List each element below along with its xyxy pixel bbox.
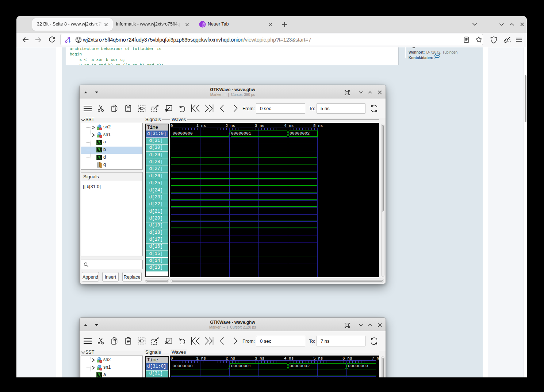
svg-text:0: 0: [171, 124, 173, 128]
svg-text:00000002: 00000002: [290, 131, 310, 136]
svg-text:00000000: 00000000: [173, 364, 193, 368]
svg-text:1 ns: 1 ns: [196, 124, 206, 128]
svg-text:1 ns: 1 ns: [196, 356, 206, 361]
svg-text:3 ns: 3 ns: [255, 124, 264, 128]
svg-text:5 ns: 5 ns: [313, 124, 323, 128]
svg-text:0: 0: [171, 356, 173, 361]
svg-text:00000000: 00000000: [173, 131, 193, 136]
svg-text:2 ns: 2 ns: [226, 356, 235, 361]
svg-text:5 ns: 5 ns: [313, 356, 323, 361]
svg-text:4 ns: 4 ns: [284, 356, 294, 361]
svg-text:00000001: 00000001: [231, 364, 251, 368]
svg-text:2 ns: 2 ns: [226, 124, 235, 128]
svg-text:3 ns: 3 ns: [255, 356, 264, 361]
svg-text:00000003: 00000003: [348, 364, 368, 368]
svg-text:00000001: 00000001: [231, 131, 251, 136]
svg-text:6 ns: 6 ns: [342, 356, 352, 361]
svg-text:7 ns: 7 ns: [372, 356, 379, 361]
svg-text:4 ns: 4 ns: [284, 124, 294, 128]
svg-text:00000002: 00000002: [290, 364, 310, 368]
